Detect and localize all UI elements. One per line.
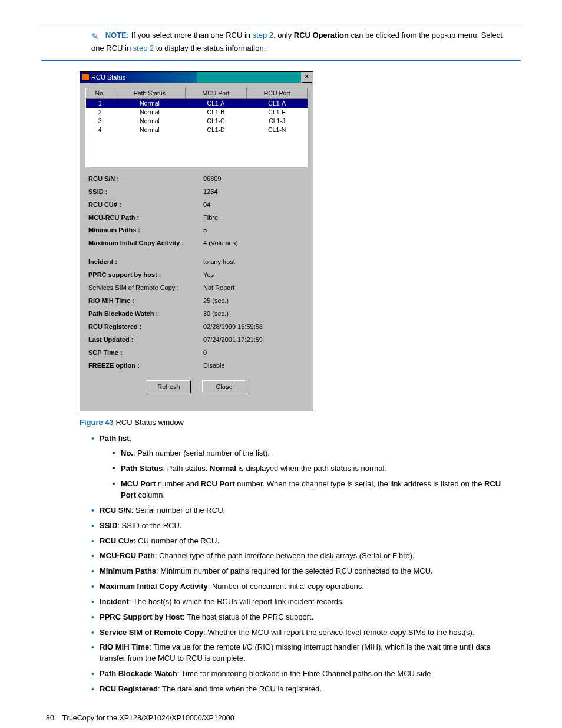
figure-caption: Figure 43 RCU Status window [80,417,521,429]
rcu-status-dialog: RCU Status ✕ No. Path Status MCU Port RC… [80,71,521,411]
link-step2-a[interactable]: step 2 [253,31,273,39]
table-row[interactable]: 2NormalCL1-BCL1-E [86,108,308,117]
table-row[interactable]: 4NormalCL1-DCL1-N [86,126,308,134]
note-label: NOTE: [105,31,129,39]
details-section: RCU S/N :06809 SSID :1234 RCU CU# :04 MC… [88,174,305,371]
refresh-button[interactable]: Refresh [147,380,191,393]
table-header: No. Path Status MCU Port RCU Port [86,88,308,98]
note-block: ✎ NOTE: If you select more than one RCU … [91,30,506,54]
description-list: Path list: No.: Path number (serial numb… [41,433,506,695]
note-text: If you select more than one RCU in step … [91,31,503,52]
note-icon: ✎ [91,30,101,43]
titlebar: RCU Status ✕ [80,72,313,83]
path-table: No. Path Status MCU Port RCU Port 1Norma… [85,88,308,135]
rule-bottom [41,60,521,61]
close-button[interactable]: Close [202,380,246,393]
dialog-title: RCU Status [91,72,125,83]
close-icon[interactable]: ✕ [302,73,312,83]
table-row[interactable]: 1NormalCL1-ACL1-A [86,98,308,108]
app-icon [82,73,90,81]
rule-top [41,24,521,24]
link-step2-b[interactable]: step 2 [133,44,154,52]
table-row[interactable]: 3NormalCL1-CCL1-J [86,117,308,126]
page-footer: 80 TrueCopy for the XP128/XP1024/XP10000… [41,713,521,723]
